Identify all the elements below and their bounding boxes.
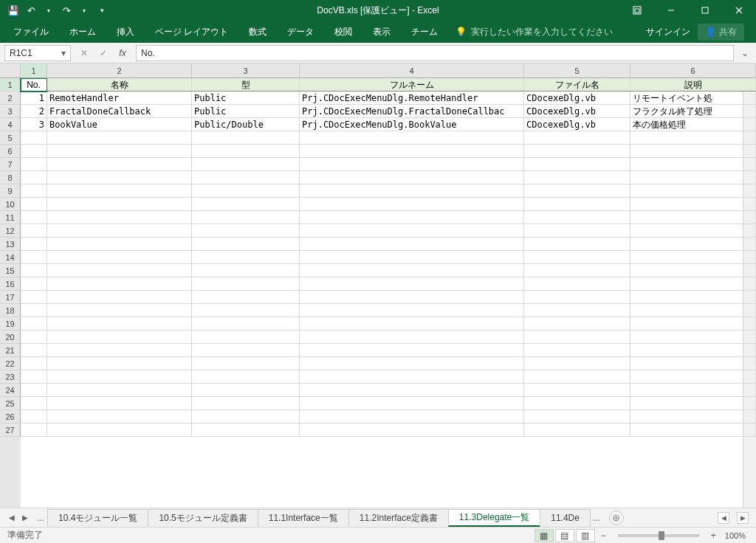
table-cell[interactable] (47, 370, 192, 384)
table-cell[interactable] (47, 304, 192, 317)
worksheet-tab[interactable]: 11.2Interface定義書 (348, 509, 449, 527)
table-cell[interactable] (524, 251, 630, 264)
table-cell[interactable] (21, 317, 47, 331)
table-cell[interactable] (300, 357, 524, 370)
worksheet-tab[interactable]: 11.1Interface一覧 (258, 509, 349, 527)
table-cell[interactable] (630, 211, 756, 224)
table-header-cell[interactable]: ファイル名 (524, 78, 630, 91)
tabs-overflow-right[interactable]: ... (590, 513, 603, 523)
table-cell[interactable] (47, 184, 192, 198)
row-header[interactable]: 23 (0, 370, 21, 384)
qat-customize-icon[interactable]: ▾ (94, 3, 109, 18)
table-cell[interactable] (524, 384, 630, 397)
tab-review[interactable]: 校閲 (324, 21, 362, 43)
table-cell[interactable] (630, 423, 756, 437)
table-cell[interactable] (21, 384, 47, 397)
row-header[interactable]: 13 (0, 238, 21, 251)
row-header[interactable]: 14 (0, 251, 21, 264)
table-cell[interactable] (192, 277, 300, 291)
row-header[interactable]: 8 (0, 171, 21, 184)
table-cell[interactable] (192, 291, 300, 304)
row-header[interactable]: 5 (0, 131, 21, 145)
table-cell[interactable] (47, 131, 192, 145)
horizontal-scrollbar[interactable]: ◀ ▶ (718, 512, 753, 524)
row-header[interactable]: 21 (0, 344, 21, 357)
row-header[interactable]: 2 (0, 91, 21, 105)
table-cell[interactable] (300, 264, 524, 277)
table-cell[interactable] (300, 331, 524, 344)
row-header[interactable]: 19 (0, 317, 21, 331)
table-cell[interactable] (47, 423, 192, 437)
tab-view[interactable]: 表示 (362, 21, 401, 43)
worksheet-tab[interactable]: 10.4モジュール一覧 (47, 509, 148, 527)
table-cell[interactable] (21, 145, 47, 158)
ribbon-options-icon[interactable] (620, 0, 654, 21)
table-cell[interactable] (47, 158, 192, 171)
table-cell[interactable] (21, 264, 47, 277)
table-cell[interactable] (524, 238, 630, 251)
row-header[interactable]: 3 (0, 105, 21, 118)
table-header-cell[interactable]: フルネーム (300, 78, 524, 91)
row-header[interactable]: 11 (0, 211, 21, 224)
table-cell[interactable] (630, 238, 756, 251)
table-cell[interactable] (300, 397, 524, 410)
save-icon[interactable]: 💾 (6, 3, 21, 18)
table-cell[interactable]: Public (192, 105, 300, 118)
table-cell[interactable]: Prj.CDocExecMenuDlg.FractalDoneCallbac (300, 105, 524, 118)
table-cell[interactable] (300, 251, 524, 264)
table-cell[interactable] (300, 410, 524, 423)
table-cell[interactable] (192, 384, 300, 397)
table-cell[interactable] (192, 224, 300, 238)
table-cell[interactable] (524, 423, 630, 437)
table-cell[interactable] (192, 158, 300, 171)
table-cell[interactable] (21, 304, 47, 317)
row-header[interactable]: 17 (0, 291, 21, 304)
table-cell[interactable] (21, 370, 47, 384)
tab-scroll-right-icon[interactable]: ▶ (19, 512, 31, 524)
table-cell[interactable] (524, 344, 630, 357)
table-cell[interactable] (524, 184, 630, 198)
table-cell[interactable] (630, 131, 756, 145)
name-box[interactable]: R1C1 ▾ (4, 45, 71, 61)
table-cell[interactable] (524, 304, 630, 317)
table-cell[interactable] (630, 317, 756, 331)
table-cell[interactable] (47, 145, 192, 158)
table-cell[interactable] (630, 184, 756, 198)
accept-formula-button[interactable]: ✓ (94, 45, 112, 61)
table-cell[interactable] (630, 171, 756, 184)
tab-file[interactable]: ファイル (3, 21, 59, 43)
table-cell[interactable] (21, 357, 47, 370)
table-cell[interactable] (47, 317, 192, 331)
table-cell[interactable] (47, 171, 192, 184)
table-cell[interactable] (21, 184, 47, 198)
table-cell[interactable]: フラクタル終了処理 (630, 105, 756, 118)
table-cell[interactable] (630, 410, 756, 423)
fx-button[interactable]: fx (114, 45, 131, 61)
maximize-button[interactable] (688, 0, 722, 21)
tab-data[interactable]: データ (277, 21, 324, 43)
table-cell[interactable] (524, 158, 630, 171)
row-header[interactable]: 7 (0, 158, 21, 171)
row-header[interactable]: 16 (0, 277, 21, 291)
table-cell[interactable] (21, 238, 47, 251)
tab-page-layout[interactable]: ページ レイアウト (145, 21, 238, 43)
table-cell[interactable] (300, 317, 524, 331)
formula-expand-icon[interactable]: ⌄ (738, 48, 752, 58)
table-cell[interactable] (47, 238, 192, 251)
table-cell[interactable] (630, 384, 756, 397)
table-cell[interactable] (21, 211, 47, 224)
row-header[interactable]: 27 (0, 423, 21, 437)
tab-insert[interactable]: 挿入 (106, 21, 145, 43)
zoom-slider[interactable] (618, 534, 699, 537)
table-cell[interactable] (21, 277, 47, 291)
table-cell[interactable] (524, 291, 630, 304)
table-cell[interactable]: CDocexeDlg.vb (524, 91, 630, 105)
worksheet-tab[interactable]: 11.4De (540, 509, 591, 527)
table-cell[interactable]: CDocexeDlg.vb (524, 105, 630, 118)
table-cell[interactable]: CDocexeDlg.vb (524, 118, 630, 131)
table-cell[interactable] (524, 145, 630, 158)
table-cell[interactable] (630, 145, 756, 158)
table-cell[interactable] (300, 198, 524, 211)
zoom-in-button[interactable]: + (707, 530, 721, 541)
row-header[interactable]: 12 (0, 224, 21, 238)
